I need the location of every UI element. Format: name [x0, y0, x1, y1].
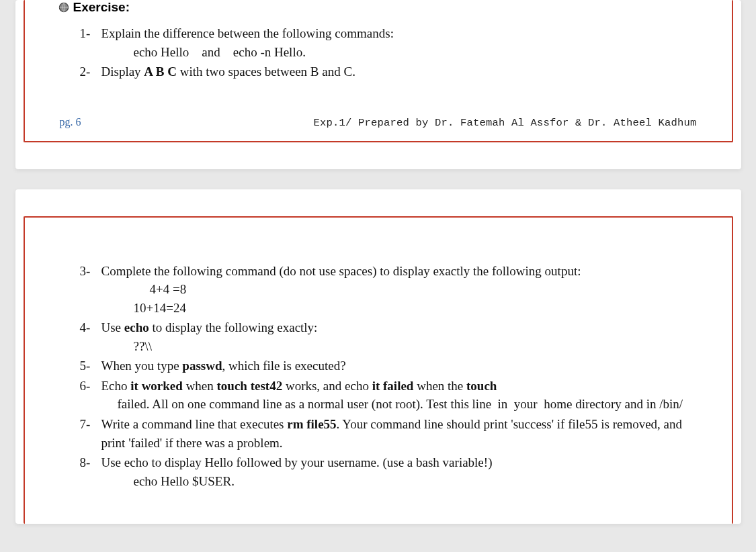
q4-post: to display the following exactly:: [149, 320, 318, 334]
question-1: 1- Explain the difference between the fo…: [80, 24, 697, 61]
q6-h: touch: [466, 379, 497, 393]
q1-text: Explain the difference between the follo…: [101, 26, 394, 40]
q3-line-b: 10+14=24: [101, 299, 697, 318]
q7-a: Write a command line that executes: [101, 417, 288, 431]
q5-bold: passwd: [182, 359, 222, 373]
q6-line2: failed. All on one command line as a nor…: [101, 395, 697, 414]
question-list-2: 3- Complete the following command (do no…: [60, 262, 697, 491]
q6-e: works, and echo: [282, 379, 372, 393]
exercise-title: Exercise:: [73, 0, 130, 15]
q7-b: rm file55: [287, 417, 336, 431]
q6-number: 6-: [80, 377, 91, 396]
question-3: 3- Complete the following command (do no…: [80, 262, 697, 318]
q7-number: 7-: [80, 415, 91, 434]
prepared-by: Exp.1/ Prepared by Dr. Fatemah Al Assfor…: [313, 117, 696, 129]
page-footer: pg. 6 Exp.1/ Prepared by Dr. Fatemah Al …: [60, 116, 697, 129]
page-1: Exercise: 1- Explain the difference betw…: [15, 0, 741, 169]
question-list-1: 1- Explain the difference between the fo…: [60, 24, 697, 81]
question-4: 4- Use echo to display the following exa…: [80, 318, 697, 355]
q8-line: echo Hello $USER.: [101, 472, 697, 491]
q3-text: Complete the following command (do not u…: [101, 264, 581, 278]
q4-line: ??\\: [101, 337, 697, 356]
q4-number: 4-: [80, 318, 91, 337]
q3-number: 3-: [80, 262, 91, 281]
q1-number: 1-: [80, 24, 91, 43]
q6-g: when the: [413, 379, 466, 393]
question-5: 5- When you type passwd, which file is e…: [80, 357, 697, 375]
page-2: 3- Complete the following command (do no…: [15, 189, 741, 524]
globe-icon: [58, 2, 69, 13]
q1-commands: echo Hello and echo -n Hello.: [101, 43, 697, 62]
q3-line-a: 4+4 =8: [101, 280, 697, 299]
page-1-frame: Exercise: 1- Explain the difference betw…: [24, 0, 733, 142]
question-7: 7- Write a command line that executes rm…: [80, 415, 697, 452]
q5-post: , which file is executed?: [222, 359, 345, 373]
q6-d: touch test42: [217, 379, 283, 393]
page-number: pg. 6: [60, 116, 81, 128]
question-8: 8- Use echo to display Hello followed by…: [80, 453, 697, 490]
exercise-heading: Exercise:: [58, 0, 697, 15]
q6-c: when: [183, 379, 217, 393]
q8-text: Use echo to display Hello followed by yo…: [101, 455, 493, 469]
q2-pre: Display: [101, 64, 144, 79]
question-6: 6- Echo it worked when touch test42 work…: [80, 377, 697, 414]
question-2: 2- Display A B C with two spaces between…: [80, 62, 697, 81]
q2-bold: A B C: [144, 64, 177, 79]
q8-number: 8-: [80, 453, 91, 472]
q6-f: it failed: [372, 379, 414, 393]
q4-pre: Use: [101, 320, 124, 334]
q5-number: 5-: [80, 357, 91, 375]
q5-pre: When you type: [101, 359, 183, 373]
q6-a: Echo: [101, 379, 131, 393]
page-2-frame: 3- Complete the following command (do no…: [24, 216, 733, 524]
q2-number: 2-: [80, 62, 91, 81]
q2-post: with two spaces between B and C.: [177, 64, 355, 79]
q6-b: it worked: [130, 379, 183, 393]
q4-bold: echo: [124, 320, 149, 334]
